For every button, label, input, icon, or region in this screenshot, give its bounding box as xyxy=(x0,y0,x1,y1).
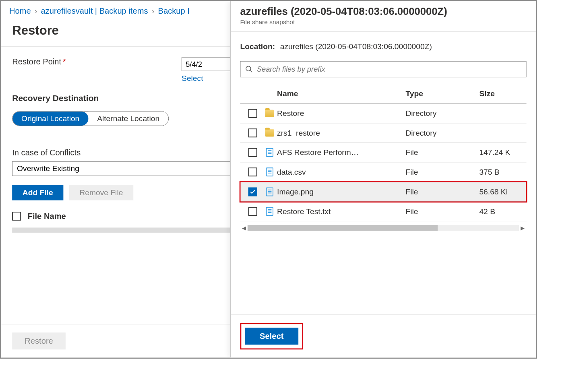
recovery-destination-toggle[interactable]: Original Location Alternate Location xyxy=(12,111,169,126)
restore-point-label: Restore Point* xyxy=(12,57,182,67)
table-row[interactable]: Image.pngFile56.68 Ki xyxy=(240,182,527,202)
search-icon xyxy=(245,65,253,73)
file-type: File xyxy=(405,167,479,176)
table-row[interactable]: zrs1_restoreDirectory xyxy=(240,124,527,143)
row-checkbox[interactable] xyxy=(248,148,257,157)
select-button[interactable]: Select xyxy=(245,328,298,345)
flyout-subtitle: File share snapshot xyxy=(240,19,527,26)
file-type: File xyxy=(405,148,479,157)
folder-icon xyxy=(265,110,274,117)
file-name: Image.png xyxy=(277,188,405,196)
file-picker-panel: azurefiles (2020-05-04T08:03:06.0000000Z… xyxy=(230,1,536,358)
file-size: 147.24 K xyxy=(479,148,523,157)
file-name: data.csv xyxy=(277,167,405,176)
file-type: Directory xyxy=(405,128,479,137)
table-row[interactable]: RestoreDirectory xyxy=(240,104,527,123)
svg-point-0 xyxy=(246,66,251,71)
folder-icon xyxy=(265,129,274,136)
restore-button: Restore xyxy=(12,332,66,349)
add-file-button[interactable]: Add File xyxy=(12,185,63,200)
search-input[interactable] xyxy=(257,65,522,73)
row-checkbox[interactable] xyxy=(248,207,257,216)
file-name: Restore xyxy=(277,109,405,118)
file-type: Directory xyxy=(405,109,479,118)
file-size: 375 B xyxy=(479,167,523,176)
svg-line-1 xyxy=(250,70,252,72)
horizontal-scrollbar[interactable]: ◀ ▶ xyxy=(240,225,527,231)
table-row[interactable]: AFS Restore Perform…File147.24 K xyxy=(240,143,527,162)
scroll-left-icon[interactable]: ◀ xyxy=(240,225,248,231)
file-name: Restore Test.txt xyxy=(277,207,405,216)
row-checkbox[interactable] xyxy=(248,188,257,196)
row-checkbox[interactable] xyxy=(248,109,257,118)
select-button-highlight: Select xyxy=(240,323,303,349)
breadcrumb-vault[interactable]: azurefilesvault | Backup items xyxy=(41,6,148,16)
file-name: zrs1_restore xyxy=(277,128,405,137)
row-checkbox[interactable] xyxy=(248,128,257,137)
file-icon xyxy=(266,188,273,196)
remove-file-button: Remove File xyxy=(69,185,133,200)
row-checkbox[interactable] xyxy=(248,167,257,176)
file-size: 42 B xyxy=(479,207,523,216)
location-row: Location: azurefiles (2020-05-04T08:03:0… xyxy=(240,42,527,51)
file-type: File xyxy=(405,207,479,216)
file-name: AFS Restore Perform… xyxy=(277,148,405,157)
search-input-wrapper[interactable] xyxy=(240,61,527,77)
table-row[interactable]: Restore Test.txtFile42 B xyxy=(240,202,527,221)
pill-alternate-location[interactable]: Alternate Location xyxy=(88,111,168,126)
select-restore-point-link[interactable]: Select xyxy=(182,74,203,83)
scroll-right-icon[interactable]: ▶ xyxy=(519,225,526,231)
file-type: File xyxy=(405,188,479,196)
select-all-files-checkbox[interactable] xyxy=(12,212,21,221)
file-table-header: Name Type Size xyxy=(240,84,527,104)
table-row[interactable]: data.csvFile375 B xyxy=(240,163,527,182)
chevron-right-icon: › xyxy=(152,6,155,16)
breadcrumb-backup-items[interactable]: Backup I xyxy=(158,6,190,16)
location-value: azurefiles (2020-05-04T08:03:06.0000000Z… xyxy=(280,42,432,50)
pill-original-location[interactable]: Original Location xyxy=(12,111,88,126)
file-icon xyxy=(266,207,273,216)
file-icon xyxy=(266,167,273,176)
flyout-title: azurefiles (2020-05-04T08:03:06.0000000Z… xyxy=(240,6,527,17)
chevron-right-icon: › xyxy=(35,6,37,16)
file-name-column-header: File Name xyxy=(28,211,66,221)
breadcrumb-home[interactable]: Home xyxy=(9,6,31,16)
file-icon xyxy=(266,148,273,157)
file-size: 56.68 Ki xyxy=(479,188,523,196)
